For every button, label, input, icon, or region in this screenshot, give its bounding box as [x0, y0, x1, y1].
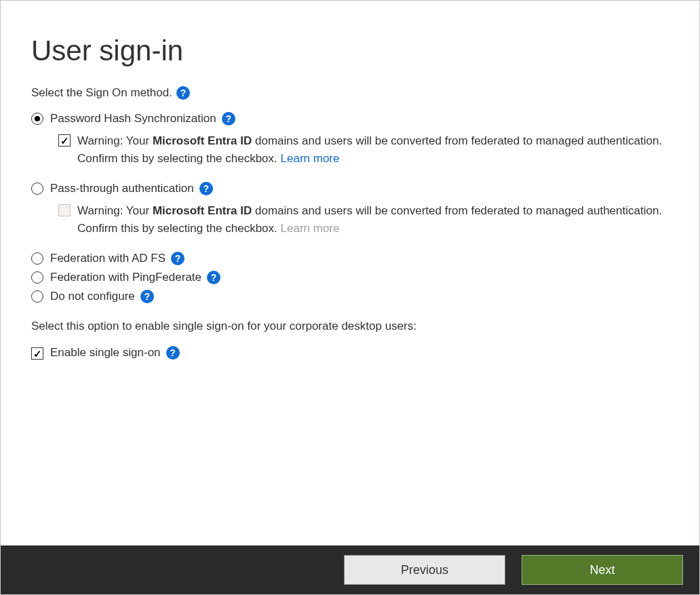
radio-ping-label: Federation with PingFederate	[50, 271, 201, 284]
phs-warning-block: Warning: Your Microsoft Entra ID domains…	[58, 132, 669, 167]
help-icon[interactable]: ?	[166, 346, 180, 360]
help-icon[interactable]: ?	[222, 112, 235, 126]
sso-row: Enable single sign-on ?	[31, 345, 669, 360]
dialog-footer: Previous Next	[1, 545, 699, 594]
help-icon[interactable]: ?	[171, 252, 184, 265]
option-ping-row: Federation with PingFederate ?	[31, 271, 669, 284]
phs-warning-text: Warning: Your Microsoft Entra ID domains…	[77, 132, 669, 167]
checkbox-phs-confirm[interactable]	[58, 134, 71, 147]
pta-warning-text: Warning: Your Microsoft Entra ID domains…	[77, 202, 669, 237]
pta-warning-prefix: Warning: Your	[77, 204, 153, 217]
radio-phs[interactable]	[31, 113, 43, 125]
radio-phs-label-wrap: Password Hash Synchronization ?	[50, 112, 235, 126]
phs-warning-prefix: Warning: Your	[77, 134, 153, 147]
help-icon[interactable]: ?	[207, 271, 220, 284]
help-icon[interactable]: ?	[199, 182, 213, 195]
checkbox-enable-sso[interactable]	[31, 347, 43, 360]
radio-ping[interactable]	[31, 271, 43, 284]
sso-label: Enable single sign-on	[50, 346, 161, 360]
option-phs-row: Password Hash Synchronization ?	[31, 112, 669, 126]
radio-pta[interactable]	[31, 183, 43, 195]
phs-learn-more-link[interactable]: Learn more	[281, 152, 340, 165]
pta-warning-bold: Microsoft Entra ID	[153, 204, 252, 217]
sign-on-options: Password Hash Synchronization ? Warning:…	[31, 112, 669, 303]
radio-ping-label-wrap: Federation with PingFederate ?	[50, 271, 220, 284]
help-icon[interactable]: ?	[176, 86, 190, 100]
pta-learn-more-link: Learn more	[281, 222, 340, 235]
sso-intro: Select this option to enable single sign…	[31, 320, 669, 333]
dialog-content: User sign-in Select the Sign On method. …	[1, 1, 699, 545]
sso-section: Select this option to enable single sign…	[31, 320, 669, 360]
radio-pta-label: Pass-through authentication	[50, 182, 194, 195]
next-button[interactable]: Next	[522, 555, 683, 585]
radio-none-label: Do not configure	[50, 290, 135, 303]
radio-none-label-wrap: Do not configure ?	[50, 290, 154, 303]
previous-button[interactable]: Previous	[344, 555, 505, 585]
option-none-row: Do not configure ?	[31, 290, 669, 303]
sso-label-wrap: Enable single sign-on ?	[50, 346, 180, 360]
sign-on-label: Select the Sign On method.	[31, 86, 172, 100]
radio-adfs-label-wrap: Federation with AD FS ?	[50, 252, 184, 265]
checkbox-pta-confirm	[58, 204, 71, 216]
option-pta-row: Pass-through authentication ?	[31, 182, 669, 195]
sign-on-label-row: Select the Sign On method. ?	[31, 86, 669, 100]
option-adfs-row: Federation with AD FS ?	[31, 252, 669, 265]
pta-warning-block: Warning: Your Microsoft Entra ID domains…	[58, 202, 669, 237]
phs-warning-bold: Microsoft Entra ID	[153, 134, 252, 147]
radio-adfs-label: Federation with AD FS	[50, 252, 166, 265]
radio-phs-label: Password Hash Synchronization	[50, 112, 216, 126]
radio-none[interactable]	[31, 290, 43, 303]
radio-adfs[interactable]	[31, 252, 43, 265]
page-title: User sign-in	[31, 35, 669, 67]
radio-pta-label-wrap: Pass-through authentication ?	[50, 182, 213, 195]
help-icon[interactable]: ?	[140, 290, 154, 303]
